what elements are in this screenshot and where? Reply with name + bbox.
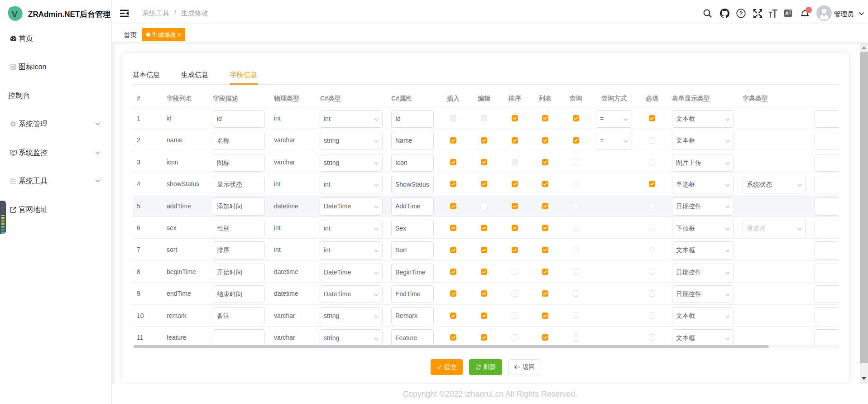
svg-text:V: V — [12, 8, 18, 19]
svg-text:?: ? — [739, 10, 743, 17]
